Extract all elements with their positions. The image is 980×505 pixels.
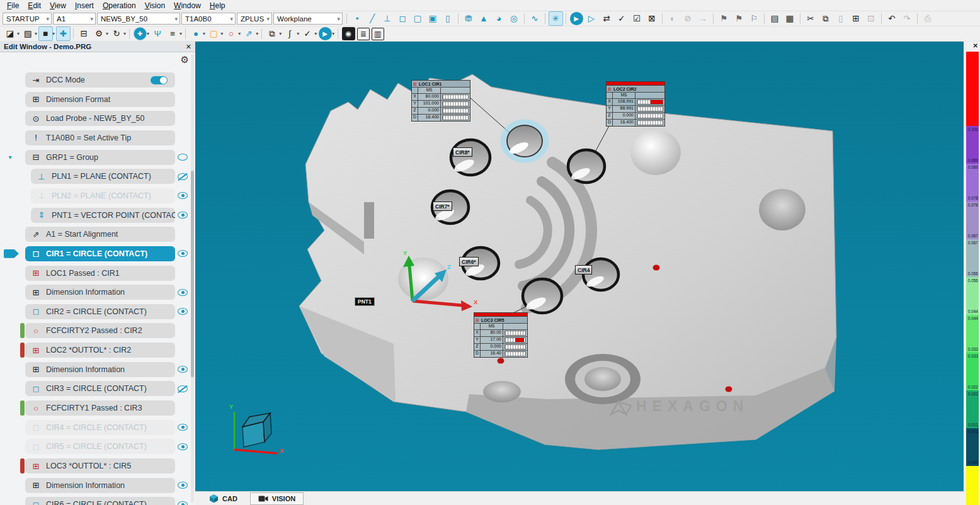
bookmark-add-icon[interactable]: ⚑ <box>732 11 746 26</box>
copy-icon[interactable]: ⧉ <box>819 11 833 26</box>
bookmark-icon[interactable]: ⚑ <box>717 11 731 26</box>
menu-vision[interactable]: Vision <box>140 1 169 10</box>
chevron-down-icon[interactable]: ▾ <box>297 31 299 37</box>
sidebar-item-fcfcirty2[interactable]: ○FCFCIRTY2 Passed : CIR2 <box>25 323 175 338</box>
dropdown-alignment-a1[interactable]: A1▾ <box>53 13 96 25</box>
sidebar-item-dimension[interactable]: ⊞Dimension Format <box>25 92 175 107</box>
sidebar-item-cir3[interactable]: ◻CIR3 = CIRCLE (CONTACT) <box>25 381 175 396</box>
sidebar-item-loc2[interactable]: ⊞LOC2 *OUTTOL* : CIR2 <box>25 343 175 358</box>
auto-feature-icon[interactable]: ✳ <box>549 11 563 26</box>
sidebar-item-pnt1[interactable]: ⇕PNT1 = VECTOR POINT (CONTACT) <box>31 208 175 223</box>
pattern-icon[interactable]: ⊡ <box>864 11 879 26</box>
comment-icon[interactable]: ⊟ <box>77 26 91 41</box>
dropdown-probe-file[interactable]: NEW5_BY_50▾ <box>97 13 180 25</box>
report-window-icon[interactable]: ≣ <box>357 28 370 40</box>
chevron-down-icon[interactable]: ▾ <box>123 31 126 37</box>
chevron-down-icon[interactable]: ▾ <box>17 31 20 37</box>
sidebar-item-cir5[interactable]: ◻CIR5 = CIRCLE (CONTACT) <box>25 439 175 454</box>
chevron-down-icon[interactable]: ▾ <box>279 31 282 37</box>
close-icon[interactable]: ✕ <box>186 43 191 51</box>
circle-select-icon[interactable]: ○ <box>224 26 239 41</box>
dropdown-workplane-zplus[interactable]: ZPLUS▾ <box>237 13 272 25</box>
chevron-down-icon[interactable]: ▾ <box>52 31 55 37</box>
feature-label-cir8[interactable]: CIR8* <box>453 147 472 157</box>
chevron-down-icon[interactable]: ▾ <box>314 31 317 37</box>
dim-table-loc3[interactable]: ⊞LOC3 CIR5MSX80.00Y17.00Z0.000D16.40 <box>474 312 528 358</box>
menu-file[interactable]: File <box>3 1 23 10</box>
path-lines-icon[interactable]: ∫ <box>283 26 297 41</box>
eye-visible-icon[interactable] <box>177 246 188 261</box>
move-machine-icon[interactable]: ✚ <box>134 27 147 40</box>
print-icon[interactable]: ⎙ <box>921 11 935 26</box>
execute-from-cursor-icon[interactable]: ▷ <box>584 11 599 26</box>
chevron-down-icon[interactable]: ▾ <box>203 31 205 37</box>
menu-view[interactable]: View <box>45 1 71 10</box>
sidebar-item-pln1[interactable]: ⊥PLN1 = PLANE (CONTACT) <box>31 169 175 184</box>
sidebar-item-cir6[interactable]: ◻CIR6 = CIRCLE (CONTACT) <box>25 497 175 505</box>
cylinder-feature-icon[interactable]: ⛃ <box>462 11 476 26</box>
redo-icon[interactable]: ↷ <box>900 11 914 26</box>
surface-mode-icon[interactable]: ● <box>189 26 203 41</box>
half-circle-icon[interactable]: ◐ <box>666 11 680 26</box>
scrollbar-thumb[interactable] <box>191 171 194 377</box>
eye-visible-icon[interactable] <box>177 420 188 435</box>
dropdown-alignment-startup[interactable]: STARTUP▾ <box>3 13 52 25</box>
goto-icon[interactable]: → <box>696 11 710 26</box>
wireframe-view-icon[interactable]: ▧ <box>21 26 35 41</box>
sidebar-item-cir4[interactable]: ◻CIR4 = CIRCLE (CONTACT) <box>25 420 175 435</box>
chevron-down-icon[interactable]: ▾ <box>220 31 223 37</box>
eye-visible-icon[interactable] <box>177 150 188 165</box>
sidebar-scrollbar[interactable] <box>191 54 194 502</box>
solid-view-icon[interactable]: ■ <box>38 26 53 41</box>
line-feature-icon[interactable]: ╱ <box>365 11 380 26</box>
cut-icon[interactable]: ✂ <box>804 11 818 26</box>
pnt1-label[interactable]: PNT1 <box>355 297 375 306</box>
sidebar-item-loc3[interactable]: ⊞LOC3 *OUTTOL* : CIR5 <box>25 458 175 474</box>
sidebar-item-load[interactable]: ⊙Load Probe - NEW5_BY_50 <box>25 111 175 126</box>
chevron-down-icon[interactable]: ▾ <box>179 31 182 37</box>
sidebar-item-fcfcirty1[interactable]: ○FCFCIRTY1 Passed : CIR3 <box>25 400 175 416</box>
report-table-icon[interactable]: ▦ <box>783 11 797 26</box>
round-slot-icon[interactable]: ▢ <box>411 11 425 26</box>
graphic-analysis-icon[interactable]: ⇗ <box>242 26 256 41</box>
view-orientation-icon[interactable]: ◪ <box>3 26 18 41</box>
tab-cad[interactable]: CAD <box>202 492 245 505</box>
sidebar-item-cir1[interactable]: ◻CIR1 = CIRCLE (CONTACT) <box>25 246 175 261</box>
point-feature-icon[interactable]: • <box>350 11 365 26</box>
collapse-caret-icon[interactable]: ▾ <box>6 154 14 161</box>
pan-icon[interactable]: ✚ <box>56 26 71 41</box>
close-icon[interactable]: ✕ <box>973 42 978 49</box>
chevron-down-icon[interactable]: ▾ <box>35 31 37 37</box>
sidebar-item-dimension[interactable]: ⊞Dimension Information <box>25 362 175 377</box>
optimization-icon[interactable]: ⚙ <box>92 26 106 41</box>
undo-icon[interactable]: ↶ <box>885 11 899 26</box>
eye-visible-icon[interactable] <box>177 188 188 203</box>
window-layouts-icon[interactable]: ⧉ <box>265 26 280 41</box>
sidebar-item-a1[interactable]: ⇗A1 = Start Alignment <box>25 227 175 242</box>
sidebar-item-t1a0b0[interactable]: !T1A0B0 = Set Active Tip <box>25 130 175 145</box>
feature-label-cir4[interactable]: CIR4 <box>575 265 592 275</box>
gear-icon[interactable]: ⚙ <box>181 54 189 65</box>
marked-sets-icon[interactable]: ☑ <box>630 11 644 26</box>
chevron-down-icon[interactable]: ▾ <box>147 31 149 37</box>
mark-check-icon[interactable]: ✓ <box>615 11 629 26</box>
eye-visible-icon[interactable] <box>177 439 188 454</box>
bookmark-remove-icon[interactable]: ⚐ <box>747 11 761 26</box>
plane-feature-icon[interactable]: ⊥ <box>380 11 395 26</box>
curve-feature-icon[interactable]: ∿ <box>528 11 542 26</box>
torus-feature-icon[interactable]: ◎ <box>507 11 521 26</box>
dcc-mode-toggle[interactable] <box>151 76 168 84</box>
box-select-icon[interactable]: ▢ <box>207 26 221 41</box>
sidebar-item-loc1[interactable]: ⊞LOC1 Passed : CIR1 <box>25 266 175 281</box>
tab-vision[interactable]: VISION <box>250 492 304 505</box>
cone-feature-icon[interactable]: ▲ <box>477 11 491 26</box>
menu-insert[interactable]: Insert <box>71 1 98 10</box>
sidebar-item-dimension[interactable]: ⊞Dimension Information <box>25 478 175 493</box>
paste-icon[interactable]: ▯ <box>834 11 848 26</box>
square-slot-icon[interactable]: ▣ <box>426 11 440 26</box>
feature-selector-icon[interactable]: ≡ <box>166 26 180 41</box>
circle-feature-icon[interactable]: ◻ <box>396 11 410 26</box>
sidebar-item-dimension[interactable]: ⊞Dimension Information <box>25 285 175 300</box>
paste-special-icon[interactable]: ⊞ <box>849 11 863 26</box>
chevron-down-icon[interactable]: ▾ <box>106 31 108 37</box>
